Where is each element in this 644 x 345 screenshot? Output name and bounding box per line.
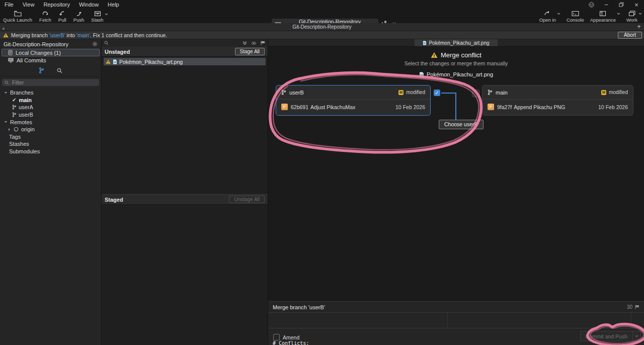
connector-line (441, 93, 456, 94)
menu-repository[interactable]: Repository (39, 0, 74, 9)
chevron-down-icon[interactable] (4, 121, 8, 123)
theirs-commit-hash: 9fa27f (497, 104, 512, 110)
file-tab[interactable]: Pokémon_Pikachu_art.png (415, 39, 497, 46)
fork-app-window: File View Repository Window Help Fork – … (0, 0, 644, 345)
commit-description-field[interactable]: # Conflicts: # Pokémon_Pikachu_art.png (268, 313, 644, 328)
ours-commit-row[interactable]: F 62b691 Adjust PikachuMax 10 Feb 2026 (276, 100, 430, 114)
appearance-button[interactable]: Appearance (590, 9, 616, 23)
folder-icon (14, 11, 22, 17)
appearance-icon (599, 11, 606, 17)
menu-view[interactable]: View (18, 0, 39, 9)
sidebar-item-remote-origin[interactable]: origin (0, 126, 101, 133)
push-button[interactable]: Push (73, 9, 85, 23)
stash-dropdown-caret-icon[interactable] (105, 13, 108, 16)
sidebar-item-branch-userB[interactable]: userB (0, 111, 101, 119)
stash-icon (94, 11, 101, 17)
flag-icon[interactable] (261, 41, 265, 45)
sidebar-item-stashes[interactable]: Stashes (0, 140, 101, 148)
commit-subject-text: Merge branch 'userB' (273, 304, 325, 310)
commit-subject-field[interactable]: Merge branch 'userB' 30 (268, 302, 644, 313)
theirs-commit-message: Append Pikachu PNG (514, 104, 565, 110)
add-tab-button[interactable]: + (635, 23, 642, 31)
unstaged-file-row[interactable]: Pokémon_Pikachu_art.png (104, 58, 266, 65)
changes-panel: Unstaged Stage All Pokémon_Pikachu_art.p… (102, 39, 268, 345)
commit-box: Merge branch 'userB' 30 # Conflicts: # P… (268, 301, 644, 345)
flag-icon (635, 305, 639, 309)
close-icon[interactable]: × (629, 0, 644, 9)
branches-view-icon[interactable] (39, 67, 44, 73)
ours-commit-date: 10 Feb 2026 (395, 104, 425, 110)
gear-icon[interactable] (92, 41, 98, 47)
menu-help[interactable]: Help (103, 0, 124, 9)
sidebar-item-branch-main[interactable]: ✓ main (0, 97, 101, 104)
check-icon: ✓ (12, 97, 16, 103)
appearance-caret-icon[interactable] (617, 13, 620, 15)
theirs-checkbox[interactable] (472, 90, 479, 97)
sidebar-item-all-commits[interactable]: All Commits (0, 56, 101, 64)
banner-branch-from: 'userB' (49, 32, 65, 38)
restore-icon[interactable] (614, 0, 629, 9)
warning-icon (3, 33, 9, 38)
quick-launch-button[interactable]: Quick Launch (3, 9, 32, 23)
menu-file[interactable]: File (0, 0, 18, 9)
ours-commit-hash: 62b691 (291, 104, 308, 110)
feedback-smiley-icon[interactable] (584, 0, 599, 9)
all-commits-label: All Commits (17, 57, 46, 63)
collapse-all-icon[interactable] (243, 41, 247, 45)
pull-button[interactable]: Pull (58, 9, 66, 23)
commit-dropdown-caret-icon[interactable] (632, 331, 640, 341)
merge-conflict-pane: Pokémon_Pikachu_art.png Merge conflict S… (268, 39, 644, 345)
console-button[interactable]: Console (567, 9, 584, 23)
repo-tab[interactable]: Git-Description-Repository (0, 23, 644, 31)
github-icon (14, 127, 19, 132)
chevron-right-icon[interactable] (7, 128, 11, 131)
merge-warning-icon (431, 52, 438, 58)
menu-window[interactable]: Window (74, 0, 103, 9)
conflict-warning-icon (106, 59, 111, 64)
ours-panel-userB[interactable]: userB M modified F 62b691 Adjust Pikachu… (276, 85, 431, 116)
chevron-down-icon[interactable] (4, 92, 8, 94)
abort-button[interactable]: Abort (618, 32, 642, 39)
ours-commit-message: Adjust PikachuMax (310, 104, 355, 110)
sidebar-item-submodules[interactable]: Submodules (0, 148, 101, 155)
stash-button[interactable]: Stash (91, 9, 103, 23)
theirs-branch-name: main (496, 90, 508, 96)
filter-input[interactable] (11, 79, 97, 86)
choose-userB-button[interactable]: Choose userB (439, 120, 484, 129)
ours-checkbox[interactable]: ✓ (434, 90, 440, 96)
sidebar-item-remotes[interactable]: Remotes (0, 118, 101, 126)
work-windows-icon (628, 11, 635, 17)
theirs-panel-main[interactable]: main M modified F 9fa27f Append Pikachu … (482, 85, 633, 116)
unstage-all-button[interactable]: Unstage All (229, 196, 265, 203)
theirs-commit-row[interactable]: F 9fa27f Append Pikachu PNG 10 Feb 2026 (482, 100, 633, 114)
image-file-icon (419, 72, 424, 77)
sidebar-item-branches[interactable]: Branches (0, 89, 101, 97)
sidebar: Git-Description-Repository Local Changes… (0, 39, 102, 345)
sidebar-item-branch-userA[interactable]: userA (0, 104, 101, 111)
work-button[interactable]: Work (626, 9, 637, 23)
menu-bar: File View Repository Window Help (0, 0, 644, 9)
divider (631, 313, 631, 328)
open-in-button[interactable]: Open in (539, 9, 556, 23)
branch-icon (12, 105, 16, 110)
branch-icon (12, 112, 16, 117)
open-in-icon (544, 11, 551, 17)
minimize-icon[interactable]: – (599, 0, 614, 9)
console-icon (572, 11, 579, 17)
search-view-icon[interactable] (57, 68, 62, 73)
sidebar-item-tags[interactable]: Tags (0, 133, 101, 141)
changes-search-row (102, 39, 268, 47)
filter-box[interactable] (2, 79, 99, 86)
commit-and-push-button[interactable]: Commit and Push (580, 331, 641, 341)
work-caret-icon[interactable] (638, 13, 642, 15)
search-icon[interactable] (104, 41, 109, 45)
sidebar-item-local-changes[interactable]: Local Changes (1) (2, 49, 100, 56)
pull-icon (59, 11, 65, 17)
ours-branch-name: userB (289, 90, 304, 96)
open-in-caret-icon[interactable] (557, 13, 560, 15)
search-icon (5, 80, 9, 85)
stage-all-button[interactable]: Stage All (235, 48, 265, 55)
eye-icon[interactable] (251, 41, 257, 45)
fetch-button[interactable]: Fetch (39, 9, 51, 23)
document-icon (8, 50, 13, 55)
